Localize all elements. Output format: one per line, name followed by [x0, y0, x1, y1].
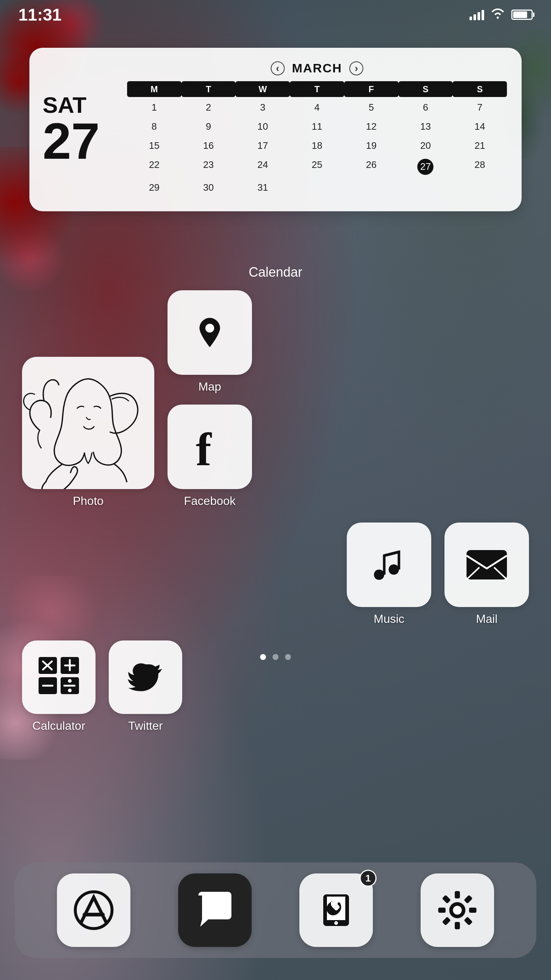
cal-day-today[interactable]: 27 — [399, 156, 453, 177]
cal-header-t1: T — [181, 81, 236, 97]
cal-day[interactable]: 1 — [127, 99, 181, 116]
signal-bar-1 — [470, 16, 472, 20]
calendar-widget[interactable]: SAT 27 ‹ MARCH › M T W T F S S 1 2 3 — [29, 48, 522, 211]
svg-point-20 — [334, 921, 338, 925]
cal-day[interactable]: 5 — [344, 99, 399, 116]
app-calculator-label: Calculator — [32, 719, 85, 733]
dock-phone[interactable]: 1 — [299, 873, 373, 947]
dock-settings-icon[interactable] — [421, 873, 494, 947]
battery-fill — [513, 11, 527, 18]
cal-day[interactable]: 24 — [235, 156, 290, 177]
cal-day[interactable]: 21 — [453, 137, 507, 154]
cal-day[interactable]: 17 — [235, 137, 290, 154]
app-mail-icon[interactable] — [445, 522, 529, 607]
app-map-icon[interactable] — [167, 290, 252, 375]
calendar-month-name: MARCH — [292, 61, 342, 75]
calendar-next-button[interactable]: › — [349, 61, 363, 75]
svg-rect-29 — [438, 908, 446, 913]
status-time: 11:31 — [18, 5, 62, 25]
cal-day[interactable]: 18 — [290, 137, 344, 154]
cal-header-t2: T — [290, 81, 344, 97]
cal-day[interactable]: 7 — [453, 99, 507, 116]
calculator-icon — [35, 653, 83, 701]
cal-day[interactable]: 20 — [399, 137, 453, 154]
cal-day[interactable]: 16 — [181, 137, 236, 154]
cal-day[interactable]: 14 — [453, 118, 507, 135]
facebook-icon: f — [191, 423, 228, 471]
page-dot-1[interactable] — [260, 654, 266, 660]
dock-messages-icon[interactable] — [178, 873, 252, 947]
svg-rect-23 — [455, 891, 460, 899]
cal-day[interactable]: 22 — [127, 156, 181, 177]
app-calculator-icon[interactable] — [22, 641, 95, 714]
cal-day[interactable]: 25 — [290, 156, 344, 177]
app-music-icon[interactable] — [347, 522, 431, 607]
app-music[interactable]: Music — [347, 522, 431, 626]
app-photo-label: Photo — [73, 494, 103, 508]
app-facebook-icon[interactable]: f — [167, 404, 252, 489]
cal-day[interactable]: 12 — [344, 118, 399, 135]
cal-day[interactable]: 28 — [453, 156, 507, 177]
cal-day[interactable]: 15 — [127, 137, 181, 154]
calendar-month-section: ‹ MARCH › M T W T F S S 1 2 3 4 5 6 — [127, 61, 507, 198]
twitter-icon — [122, 653, 169, 701]
cal-week-5: 29 30 31 — [127, 179, 507, 196]
dock-appstore-icon[interactable] — [57, 873, 130, 947]
cal-header-m: M — [127, 81, 181, 97]
right-col-1: Map f Facebook — [167, 290, 252, 508]
dock-appstore[interactable] — [57, 873, 130, 947]
status-icons — [470, 8, 533, 22]
svg-text:f: f — [196, 423, 212, 471]
cal-day[interactable]: 4 — [290, 99, 344, 116]
cal-week-1: 1 2 3 4 5 6 7 — [127, 99, 507, 116]
calendar-grid: M T W T F S S 1 2 3 4 5 6 7 8 9 10 — [127, 81, 507, 196]
cal-day-empty — [399, 179, 453, 196]
calendar-prev-button[interactable]: ‹ — [271, 61, 285, 75]
app-facebook[interactable]: f Facebook — [167, 404, 252, 508]
cal-day[interactable]: 2 — [181, 99, 236, 116]
app-map[interactable]: Map — [167, 290, 252, 393]
svg-point-16 — [68, 679, 71, 683]
app-mail[interactable]: Mail — [445, 522, 529, 626]
cal-day[interactable]: 9 — [181, 118, 236, 135]
svg-point-0 — [205, 324, 214, 332]
cal-week-3: 15 16 17 18 19 20 21 — [127, 137, 507, 154]
calendar-app-label: Calendar — [0, 264, 551, 280]
app-music-label: Music — [373, 612, 405, 626]
page-dot-2[interactable] — [273, 654, 278, 660]
cal-day[interactable]: 6 — [399, 99, 453, 116]
calendar-month-header: ‹ MARCH › — [127, 61, 507, 75]
dock-messages[interactable] — [178, 873, 252, 947]
cal-week-2: 8 9 10 11 12 13 14 — [127, 118, 507, 135]
photo-art-icon — [22, 357, 154, 489]
calendar-date-section: SAT 27 — [43, 61, 116, 198]
dock: 1 — [15, 862, 536, 958]
cal-day[interactable]: 11 — [290, 118, 344, 135]
svg-rect-28 — [442, 917, 451, 926]
cal-day[interactable]: 23 — [181, 156, 236, 177]
cal-day[interactable]: 3 — [235, 99, 290, 116]
apps-row-1: Photo Map f Facebook — [22, 290, 529, 508]
cal-header-w: W — [235, 81, 290, 97]
cal-day[interactable]: 13 — [399, 118, 453, 135]
cal-day[interactable]: 19 — [344, 137, 399, 154]
signal-bar-3 — [478, 12, 480, 20]
app-photo-icon[interactable] — [22, 357, 154, 489]
app-photo[interactable]: Photo — [22, 357, 154, 508]
status-bar: 11:31 — [0, 0, 551, 29]
app-twitter-icon[interactable] — [109, 641, 182, 714]
cal-header-f: F — [344, 81, 399, 97]
apps-row-2: Music Mail — [22, 522, 529, 626]
cal-day-empty — [453, 179, 507, 196]
svg-rect-24 — [464, 895, 473, 904]
dock-phone-icon[interactable] — [299, 873, 373, 947]
cal-day[interactable]: 26 — [344, 156, 399, 177]
svg-rect-27 — [455, 922, 460, 929]
cal-day[interactable]: 8 — [127, 118, 181, 135]
cal-day[interactable]: 31 — [235, 179, 290, 196]
cal-day[interactable]: 10 — [235, 118, 290, 135]
cal-day[interactable]: 30 — [181, 179, 236, 196]
cal-day[interactable]: 29 — [127, 179, 181, 196]
page-dot-3[interactable] — [285, 654, 291, 660]
dock-settings[interactable] — [421, 873, 494, 947]
